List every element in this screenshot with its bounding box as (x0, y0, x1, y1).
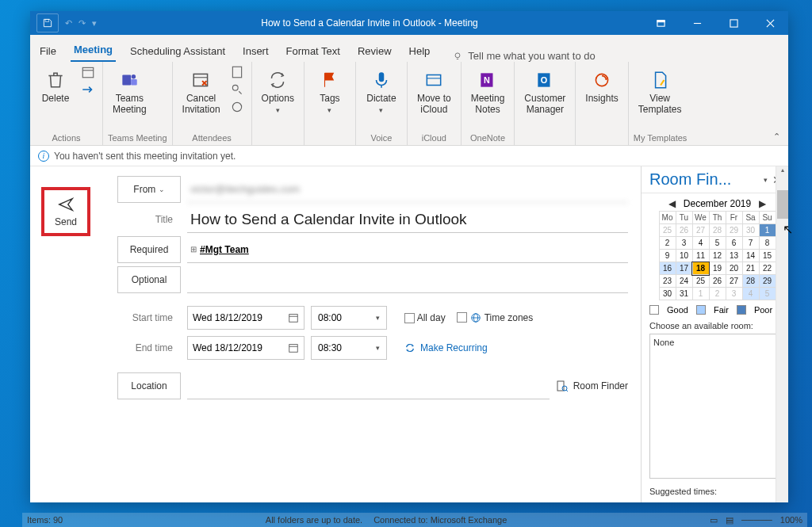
calendar-day[interactable]: 31 (676, 288, 692, 300)
check-names-icon[interactable] (230, 82, 244, 97)
send-button[interactable]: Send (41, 187, 90, 236)
calendar-day[interactable]: 8 (759, 237, 776, 250)
insights-button[interactable]: Insights (580, 65, 622, 108)
available-rooms-list[interactable]: None (649, 334, 785, 479)
ribbon-display-icon[interactable] (642, 11, 679, 35)
location-button[interactable]: Location (117, 372, 181, 399)
tab-help[interactable]: Help (406, 40, 434, 62)
calendar-day[interactable]: 14 (742, 250, 759, 262)
calendar-day[interactable]: 17 (676, 262, 692, 275)
end-time-input[interactable]: 08:30▾ (311, 336, 387, 360)
options-button[interactable]: Options ▾ (257, 65, 299, 117)
pane-scrollbar[interactable]: ▴ (776, 166, 788, 502)
calendar-day[interactable]: 5 (709, 237, 726, 250)
tab-file[interactable]: File (36, 40, 59, 62)
tags-button[interactable]: Tags ▾ (309, 65, 350, 117)
customer-manager-button[interactable]: O Customer Manager (519, 65, 570, 119)
prev-month-button[interactable]: ◀ (668, 198, 676, 209)
calendar-day[interactable]: 19 (709, 262, 726, 275)
calendar-day[interactable]: 24 (676, 275, 692, 288)
calendar-day[interactable]: 1 (759, 224, 776, 237)
close-button[interactable] (752, 11, 788, 35)
all-day-checkbox[interactable]: All day (404, 312, 446, 323)
view-reading-icon[interactable]: ▤ (726, 515, 733, 525)
calendar-day[interactable]: 27 (692, 224, 709, 237)
tab-format-text[interactable]: Format Text (283, 40, 343, 62)
calendar-day[interactable]: 25 (659, 224, 676, 237)
calendar-day[interactable]: 1 (692, 288, 709, 300)
calendar-day[interactable]: 30 (659, 288, 676, 300)
calendar-day[interactable]: 29 (726, 224, 742, 237)
undo-icon[interactable]: ↶ (65, 18, 72, 29)
dictate-button[interactable]: Dictate ▾ (361, 65, 402, 117)
calendar-day[interactable]: 18 (692, 262, 709, 275)
time-zones-checkbox[interactable]: Time zones (457, 312, 534, 323)
end-date-input[interactable]: Wed 18/12/2019 (187, 336, 304, 360)
calendar-day[interactable]: 29 (759, 275, 776, 288)
teams-meeting-button[interactable]: Teams Meeting (108, 65, 151, 119)
qat-more-icon[interactable]: ▾ (92, 18, 97, 29)
next-month-button[interactable]: ▶ (759, 198, 766, 209)
calendar-day[interactable]: 27 (726, 275, 742, 288)
from-value[interactable]: victor@itechguides.com (187, 176, 628, 203)
move-to-icloud-button[interactable]: Move to iCloud (412, 65, 456, 119)
required-input[interactable]: ⊞#Mgt Team (187, 236, 628, 263)
delete-button[interactable]: Delete (35, 65, 76, 108)
expand-group-icon[interactable]: ⊞ (190, 245, 197, 254)
from-button[interactable]: From ⌄ (117, 176, 181, 203)
calendar-small-icon[interactable] (81, 65, 95, 79)
calendar-day[interactable]: 9 (659, 250, 676, 262)
redo-icon[interactable]: ↷ (79, 18, 86, 29)
calendar-day[interactable]: 25 (692, 275, 709, 288)
title-input[interactable]: How to Send a Calendar Invite in Outlook (187, 206, 628, 233)
make-recurring-link[interactable]: Make Recurring (404, 342, 488, 353)
tab-meeting[interactable]: Meeting (71, 39, 116, 62)
calendar-day[interactable]: 11 (692, 250, 709, 262)
room-finder-button[interactable]: Room Finder (556, 380, 628, 392)
calendar-day[interactable]: 10 (676, 250, 692, 262)
calendar-day[interactable]: 30 (742, 224, 759, 237)
tab-insert[interactable]: Insert (239, 40, 272, 62)
calendar-day[interactable]: 26 (709, 275, 726, 288)
view-templates-button[interactable]: View Templates (634, 65, 687, 119)
start-time-input[interactable]: 08:00▾ (311, 306, 387, 330)
start-date-input[interactable]: Wed 18/12/2019 (187, 306, 304, 330)
address-book-icon[interactable] (230, 65, 244, 79)
calendar-day[interactable]: 16 (659, 262, 676, 275)
calendar-day[interactable]: 3 (726, 288, 742, 300)
meeting-notes-button[interactable]: N Meeting Notes (466, 65, 510, 119)
tab-scheduling-assistant[interactable]: Scheduling Assistant (127, 40, 228, 62)
location-input[interactable] (187, 372, 550, 399)
calendar-day[interactable]: 23 (659, 275, 676, 288)
maximize-button[interactable] (715, 11, 752, 35)
response-options-icon[interactable] (230, 100, 244, 114)
calendar-day[interactable]: 2 (659, 237, 676, 250)
calendar-day[interactable]: 2 (709, 288, 726, 300)
calendar-day[interactable]: 20 (726, 262, 742, 275)
calendar-day[interactable]: 28 (742, 275, 759, 288)
cancel-invitation-button[interactable]: Cancel Invitation (178, 65, 225, 119)
tab-review[interactable]: Review (354, 40, 395, 62)
calendar-day[interactable]: 7 (742, 237, 759, 250)
collapse-ribbon-icon[interactable]: ⌃ (773, 132, 780, 142)
zoom-level[interactable]: 100% (780, 515, 802, 525)
minimize-button[interactable] (679, 11, 715, 35)
calendar-day[interactable]: 3 (676, 237, 692, 250)
calendar-day[interactable]: 12 (709, 250, 726, 262)
calendar-day[interactable]: 4 (742, 288, 759, 300)
mini-calendar[interactable]: MoTuWeThFrSaSu 2526272829301234567891011… (659, 211, 776, 300)
calendar-day[interactable]: 22 (759, 262, 776, 275)
optional-button[interactable]: Optional (117, 266, 181, 293)
calendar-day[interactable]: 28 (709, 224, 726, 237)
calendar-day[interactable]: 21 (742, 262, 759, 275)
forward-small-icon[interactable] (81, 82, 95, 97)
calendar-day[interactable]: 13 (726, 250, 742, 262)
view-normal-icon[interactable]: ▭ (710, 515, 718, 525)
calendar-day[interactable]: 4 (692, 237, 709, 250)
calendar-day[interactable]: 6 (726, 237, 742, 250)
save-icon[interactable] (36, 13, 59, 32)
pane-menu-icon[interactable]: ▾ (764, 176, 768, 184)
optional-input[interactable] (187, 266, 628, 293)
calendar-day[interactable]: 26 (676, 224, 692, 237)
calendar-day[interactable]: 5 (759, 288, 776, 300)
